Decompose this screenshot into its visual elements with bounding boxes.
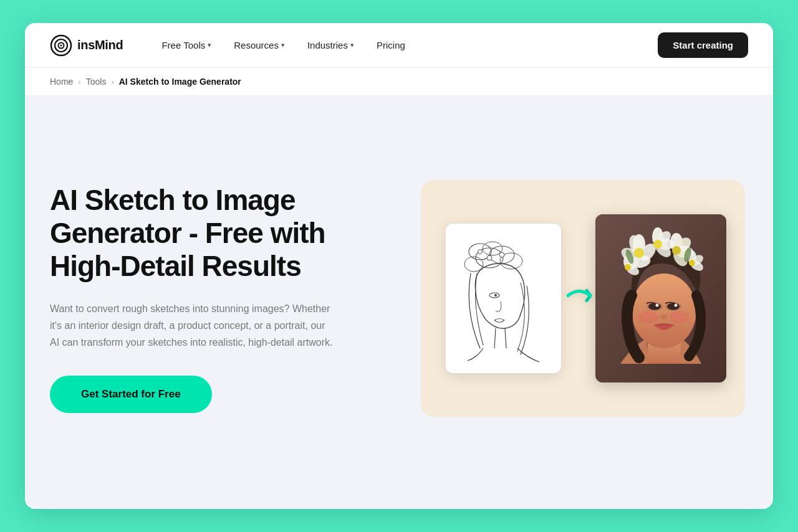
chevron-down-icon: ▾ bbox=[208, 41, 211, 49]
photo-card bbox=[595, 214, 726, 382]
start-creating-button[interactable]: Start creating bbox=[658, 32, 748, 58]
nav-links: Free Tools ▾ Resources ▾ Industries ▾ Pr… bbox=[153, 35, 658, 55]
svg-point-42 bbox=[672, 246, 681, 255]
svg-point-46 bbox=[625, 264, 631, 270]
nav-free-tools[interactable]: Free Tools ▾ bbox=[153, 35, 220, 55]
nav-resources[interactable]: Resources ▾ bbox=[225, 35, 294, 55]
svg-point-12 bbox=[499, 252, 504, 257]
logo[interactable]: insMind bbox=[50, 34, 123, 57]
sketch-card bbox=[446, 224, 561, 373]
main-content: AI Sketch to Image Generator - Free with… bbox=[25, 96, 773, 507]
svg-point-18 bbox=[638, 311, 658, 323]
navbar: insMind Free Tools ▾ Resources ▾ Industr… bbox=[25, 23, 773, 68]
hero-right bbox=[418, 180, 748, 417]
svg-point-10 bbox=[487, 255, 492, 260]
svg-point-23 bbox=[667, 303, 680, 310]
logo-icon bbox=[50, 34, 72, 57]
brand-name: insMind bbox=[77, 38, 123, 52]
nav-pricing[interactable]: Pricing bbox=[368, 35, 414, 55]
browser-window: insMind Free Tools ▾ Resources ▾ Industr… bbox=[25, 23, 773, 509]
image-showcase bbox=[421, 180, 745, 417]
hero-description: Want to convert rough sketches into stun… bbox=[50, 300, 337, 351]
breadcrumb-home[interactable]: Home bbox=[50, 77, 73, 87]
svg-point-26 bbox=[660, 315, 668, 320]
svg-point-32 bbox=[634, 248, 644, 258]
svg-point-17 bbox=[632, 273, 696, 348]
breadcrumb-tools[interactable]: Tools bbox=[86, 77, 107, 87]
sketch-svg bbox=[446, 224, 561, 373]
svg-point-22 bbox=[648, 303, 661, 310]
breadcrumb: Home › Tools › AI Sketch to Image Genera… bbox=[25, 68, 773, 96]
svg-point-19 bbox=[670, 311, 690, 323]
svg-point-14 bbox=[494, 294, 497, 297]
photo-svg bbox=[595, 214, 726, 382]
get-started-button[interactable]: Get Started for Free bbox=[50, 376, 212, 413]
svg-point-9 bbox=[464, 257, 483, 272]
svg-point-24 bbox=[656, 304, 659, 307]
breadcrumb-sep-2: › bbox=[111, 77, 113, 87]
chevron-down-icon: ▾ bbox=[350, 41, 354, 49]
svg-point-3 bbox=[60, 44, 62, 46]
breadcrumb-current: AI Sketch to Image Generator bbox=[119, 77, 241, 87]
hero-left: AI Sketch to Image Generator - Free with… bbox=[50, 184, 380, 413]
svg-point-50 bbox=[689, 260, 695, 266]
svg-point-11 bbox=[478, 250, 483, 254]
nav-industries[interactable]: Industries ▾ bbox=[299, 35, 363, 55]
arrow-icon bbox=[567, 282, 599, 315]
chevron-down-icon: ▾ bbox=[281, 41, 285, 49]
svg-point-37 bbox=[653, 240, 662, 249]
hero-title: AI Sketch to Image Generator - Free with… bbox=[50, 184, 380, 283]
breadcrumb-sep-1: › bbox=[78, 77, 80, 87]
svg-point-25 bbox=[675, 304, 678, 307]
